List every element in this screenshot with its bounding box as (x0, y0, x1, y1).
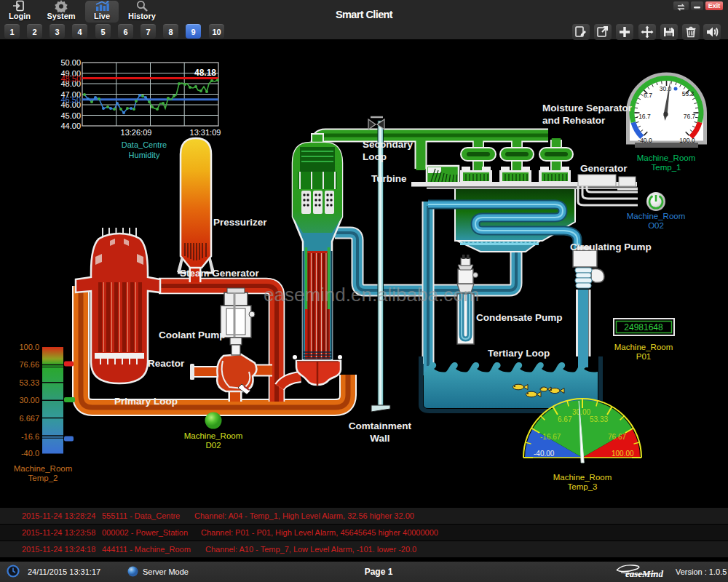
svg-text:48.50: 48.50 (60, 74, 81, 83)
svg-text:Temp_1: Temp_1 (652, 163, 681, 172)
svg-text:44.00: 44.00 (60, 121, 81, 130)
svg-text:Temp_2: Temp_2 (28, 474, 58, 482)
svg-text:Condensate Pump: Condensate Pump (476, 312, 563, 323)
svg-text:53.3: 53.3 (682, 90, 695, 97)
svg-text:Circulating Pump: Circulating Pump (570, 242, 652, 252)
svg-text:Wall: Wall (370, 433, 389, 444)
svg-text:Pressurizer: Pressurizer (213, 217, 267, 228)
svg-text:Machine_Room: Machine_Room (14, 464, 73, 473)
svg-text:and Reheator: and Reheator (542, 115, 606, 126)
svg-text:P01: P01 (636, 352, 651, 361)
svg-text:Data_Centre: Data_Centre (122, 140, 167, 149)
svg-text:53.33: 53.33 (590, 415, 608, 423)
svg-text:Steam Generator: Steam Generator (180, 268, 260, 279)
svg-text:Machine_Room: Machine_Room (614, 343, 673, 351)
svg-text:Machine_Room: Machine_Room (637, 154, 696, 162)
svg-text:6.7: 6.7 (644, 92, 652, 99)
svg-text:6.67: 6.67 (558, 415, 572, 423)
svg-text:Machine_Room: Machine_Room (627, 212, 686, 220)
svg-text:76.67: 76.67 (608, 433, 626, 441)
svg-text:Tertiary Loop: Tertiary Loop (488, 348, 550, 359)
svg-text:-16.7: -16.7 (636, 113, 651, 120)
svg-text:46.50: 46.50 (60, 95, 81, 104)
svg-text:easeMind: easeMind (625, 568, 664, 579)
svg-text:easemind.en.alibaba.com: easemind.en.alibaba.com (264, 284, 479, 306)
svg-text:Humidity: Humidity (129, 151, 160, 159)
svg-text:O02: O02 (648, 221, 664, 230)
svg-text:24981648: 24981648 (624, 322, 663, 332)
svg-text:76.66: 76.66 (19, 360, 39, 369)
svg-text:100.00: 100.00 (612, 450, 634, 458)
svg-text:-16.6: -16.6 (21, 432, 39, 441)
svg-text:45.00: 45.00 (60, 111, 81, 120)
svg-text:Reactor: Reactor (148, 358, 185, 369)
svg-text:Machine_Room: Machine_Room (553, 473, 612, 482)
svg-text:Temp_3: Temp_3 (568, 482, 598, 491)
svg-text:Coolant Pump: Coolant Pump (159, 330, 226, 340)
svg-text:48.18: 48.18 (194, 68, 216, 78)
svg-text:-40.0: -40.0 (21, 449, 39, 458)
svg-text:50.00: 50.00 (60, 58, 81, 67)
svg-text:6.667: 6.667 (19, 414, 39, 423)
svg-text:Secondary: Secondary (363, 139, 414, 150)
svg-text:Primary Loop: Primary Loop (114, 396, 178, 407)
svg-text:Comtainment: Comtainment (349, 420, 412, 431)
svg-text:76.7: 76.7 (684, 113, 696, 120)
svg-text:Loop: Loop (363, 151, 387, 162)
svg-text:30.00: 30.00 (19, 396, 39, 404)
svg-text:Moisture Separator: Moisture Separator (542, 103, 633, 113)
svg-text:53.33: 53.33 (19, 378, 39, 387)
svg-text:100.0: 100.0 (19, 343, 39, 351)
svg-text:Turbine: Turbine (371, 173, 407, 184)
svg-text:-40.00: -40.00 (534, 450, 555, 458)
svg-text:Machine_Room: Machine_Room (184, 431, 243, 440)
svg-text:13:26:09: 13:26:09 (121, 128, 152, 137)
svg-text:30.00: 30.00 (572, 408, 590, 416)
svg-text:D02: D02 (205, 441, 221, 450)
svg-text:Generator: Generator (580, 163, 628, 174)
svg-text:13:31:09: 13:31:09 (190, 128, 221, 137)
svg-text:-16.67: -16.67 (540, 433, 561, 441)
